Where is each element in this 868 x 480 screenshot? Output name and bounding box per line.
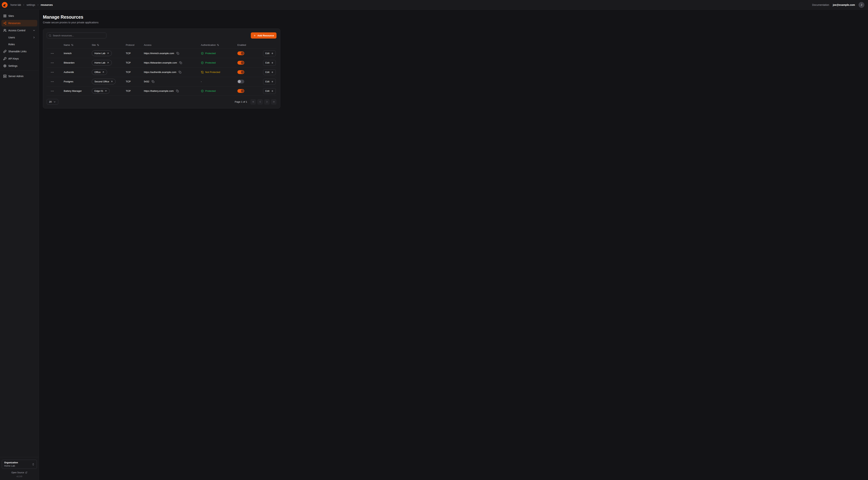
page-size-select[interactable]: 20: [47, 99, 58, 104]
auth-status: -: [201, 80, 202, 83]
row-menu-cell: ⋯: [47, 70, 64, 74]
sort-icon[interactable]: [217, 44, 219, 46]
table-row: ⋯BitwardenHome LabTCPhttps://bitwarden.e…: [47, 58, 277, 67]
copy-button[interactable]: [179, 61, 183, 65]
edit-button-label: Edit: [266, 80, 270, 83]
sort-icon[interactable]: [97, 44, 99, 46]
edit-button[interactable]: Edit: [263, 51, 276, 56]
arrow-up-right-icon: [102, 71, 104, 73]
site-link-button[interactable]: Edge 01: [92, 88, 110, 94]
chevron-right-icon: [33, 36, 35, 39]
chevron-right-icon: [37, 4, 39, 6]
header-enabled-label: Enabled: [238, 43, 246, 46]
topbar: home-lab settings resources Documentatio…: [0, 0, 868, 10]
row-menu-button[interactable]: ⋯: [49, 70, 56, 74]
enabled-toggle[interactable]: [238, 51, 244, 55]
breadcrumb-org[interactable]: home-lab: [10, 3, 21, 6]
first-page-button[interactable]: [250, 99, 256, 104]
site-name: Office: [94, 71, 101, 73]
row-access-cell: https://authentik.example.com: [144, 70, 201, 74]
sidebar-item-server-admin[interactable]: Server Admin: [1, 73, 37, 80]
edit-button-label: Edit: [266, 52, 270, 55]
edit-button[interactable]: Edit: [263, 60, 276, 66]
sidebar-item-settings[interactable]: Settings: [1, 63, 37, 69]
breadcrumb-separator-icon: [23, 4, 25, 6]
avatar[interactable]: J: [859, 2, 864, 8]
auth-status-label: Protected: [205, 90, 216, 92]
header-authentication[interactable]: Authentication: [201, 43, 238, 46]
auth-status: Protected: [201, 90, 216, 92]
row-menu-button[interactable]: ⋯: [49, 89, 56, 93]
header-name-label: Name: [64, 43, 70, 46]
row-menu-button[interactable]: ⋯: [49, 51, 56, 55]
sidebar-item-access-control[interactable]: Access Control: [1, 27, 37, 34]
row-name-cell: Authentik: [64, 71, 92, 73]
row-enabled-cell: [238, 70, 262, 74]
sidebar-item-shareable-links[interactable]: Shareable Links: [1, 48, 37, 55]
breadcrumb-separator-icon: [37, 4, 39, 6]
site-link-button[interactable]: Home Lab: [92, 51, 112, 56]
edit-button[interactable]: Edit: [263, 79, 276, 85]
enabled-toggle[interactable]: [238, 89, 244, 93]
copy-button[interactable]: [176, 51, 180, 55]
site-link-button[interactable]: Office: [92, 69, 107, 75]
edit-button[interactable]: Edit: [263, 69, 276, 75]
breadcrumb-settings[interactable]: settings: [26, 3, 35, 6]
copy-button[interactable]: [176, 89, 179, 93]
sites-icon: [3, 14, 6, 18]
site-name: Home Lab: [94, 52, 105, 55]
organization-value: Home Lab: [4, 464, 18, 467]
auth-status: Protected: [201, 52, 216, 55]
resource-name: Bitwarden: [64, 61, 74, 64]
sidebar-item-api-keys[interactable]: API Keys: [1, 55, 37, 62]
sidebar-item-users[interactable]: Users: [1, 34, 37, 40]
row-protocol-cell: TCP: [126, 61, 144, 64]
enabled-toggle[interactable]: [238, 80, 244, 84]
sort-icon[interactable]: [71, 44, 73, 46]
sidebar-item-resources[interactable]: Resources: [1, 20, 37, 26]
table-row: ⋯ImmichHome LabTCPhttps://immich.example…: [47, 49, 277, 58]
row-menu-cell: ⋯: [47, 80, 64, 84]
row-access-cell: https://bitwarden.example.com: [144, 61, 201, 65]
main-content: Manage Resources Create secure proxies t…: [39, 10, 868, 480]
last-page-button[interactable]: [271, 99, 277, 104]
row-menu-button[interactable]: ⋯: [49, 61, 56, 65]
header-protocol-label: Protocol: [126, 43, 134, 46]
header-name[interactable]: Name: [64, 43, 92, 46]
next-page-button[interactable]: [264, 99, 270, 104]
row-site-cell: Second Office: [92, 79, 126, 84]
table-row: ⋯Battery ManagerEdge 01TCPhttps://batter…: [47, 86, 277, 96]
copy-icon: [179, 61, 182, 64]
auth-status-label: Not Protected: [205, 71, 220, 73]
header-access-label: Access: [144, 43, 151, 46]
site-link-button[interactable]: Second Office: [92, 79, 116, 84]
enabled-toggle[interactable]: [238, 61, 244, 65]
organization-selector[interactable]: Organization Home Lab: [2, 460, 37, 469]
app-logo-icon[interactable]: [1, 2, 8, 8]
documentation-link[interactable]: Documentation: [812, 3, 829, 6]
access-value: https://bitwarden.example.com: [144, 61, 177, 64]
topbar-right: Documentation joe@example.com J: [812, 2, 864, 8]
enabled-toggle[interactable]: [238, 70, 244, 74]
open-source-link[interactable]: Open Source: [2, 471, 37, 474]
copy-button[interactable]: [151, 80, 155, 84]
sidebar-item-roles[interactable]: Roles: [1, 41, 37, 48]
sidebar-divider: [0, 70, 39, 71]
sidebar-item-label: Sites: [8, 14, 14, 18]
header-site[interactable]: Site: [92, 43, 126, 46]
shield-check-icon: [201, 61, 204, 64]
card-toolbar: Add Resource: [47, 32, 277, 38]
sidebar-item-sites[interactable]: Sites: [1, 13, 37, 19]
resources-card: Add Resource Name Site: [43, 29, 280, 109]
resources-table: Name Site Protocol Access: [47, 41, 277, 96]
edit-button[interactable]: Edit: [263, 88, 276, 94]
link-icon: [3, 50, 6, 53]
search-input[interactable]: [53, 34, 104, 37]
copy-button[interactable]: [178, 70, 182, 74]
previous-page-button[interactable]: [257, 99, 263, 104]
row-menu-button[interactable]: ⋯: [49, 80, 56, 84]
user-email[interactable]: joe@example.com: [833, 3, 855, 6]
site-link-button[interactable]: Home Lab: [92, 60, 112, 65]
external-link-icon: [25, 472, 27, 474]
add-resource-button[interactable]: Add Resource: [251, 32, 277, 38]
